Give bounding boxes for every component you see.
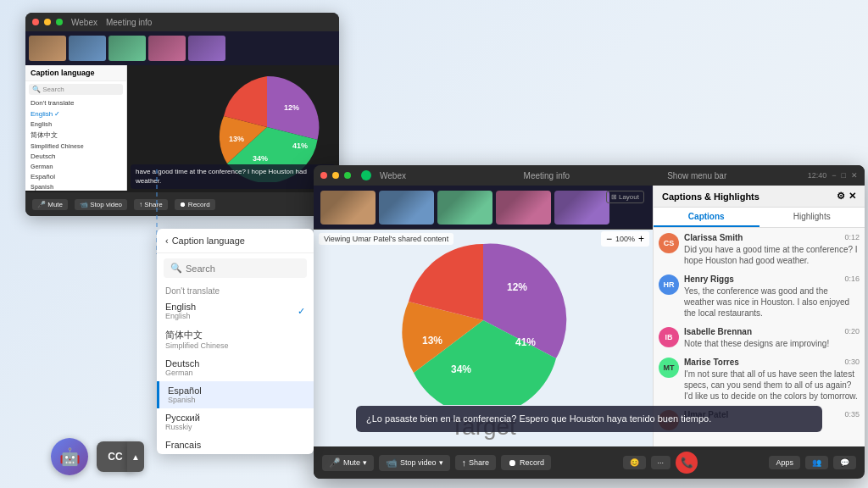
- lang-chinese-back: 简体中文: [25, 129, 126, 141]
- chat-button[interactable]: 💬: [833, 456, 856, 469]
- name-marise: Marise Torres: [684, 358, 739, 367]
- caption-text-back: have a good time at the conference? I ho…: [136, 168, 307, 184]
- caption-panel-back: Caption language 🔍 Search Don't translat…: [25, 65, 127, 191]
- mute-button[interactable]: 🎤 Mute ▾: [322, 455, 374, 471]
- main-minimize-dot: [332, 172, 339, 179]
- translation-bubble: ¿Lo pasaste bien en la conferencia? Espe…: [356, 406, 822, 432]
- lang-english-popup[interactable]: English English ✓: [157, 297, 314, 324]
- caption-content-marise: Marise Torres 0:30 I'm not sure that all…: [684, 358, 860, 402]
- ai-icon: 🤖: [59, 446, 81, 467]
- lang-deutsch-popup[interactable]: Deutsch German: [157, 354, 314, 381]
- main-thumb-4: [496, 191, 551, 225]
- lang-english-sub-back: English: [25, 119, 126, 129]
- lang-chinese-popup[interactable]: 简体中文 Simplified Chinese: [157, 324, 314, 354]
- main-meeting-info[interactable]: Meeting info: [524, 171, 659, 180]
- panel-settings-icon[interactable]: ⚙: [837, 191, 845, 202]
- svg-text:41%: 41%: [515, 336, 536, 348]
- thumbnail-3: [108, 36, 146, 61]
- emoji-button[interactable]: 😊: [623, 456, 646, 469]
- mute-btn-back[interactable]: 🎤 Mute: [32, 199, 68, 210]
- close-icon[interactable]: ✕: [851, 171, 858, 180]
- espanol-sub: Spanish: [168, 396, 305, 404]
- captions-list: CS Clarissa Smith 0:12 Did you have a go…: [654, 228, 865, 479]
- main-thumb-1: [320, 191, 376, 225]
- end-call-button[interactable]: 📞: [676, 452, 698, 474]
- lang-espanol-popup[interactable]: Español Spanish: [157, 381, 314, 408]
- english-sub: English: [165, 312, 196, 320]
- espanol-main: Español: [168, 385, 305, 396]
- bottom-icons-dock: 🤖 CC ▲: [51, 438, 144, 475]
- share-label: Share: [469, 458, 489, 467]
- lang-russian-popup[interactable]: Русский Russkiy: [157, 408, 314, 435]
- svg-text:12%: 12%: [284, 103, 299, 112]
- expand-icon: ▲: [131, 452, 140, 462]
- back-toolbar: 🎤 Mute 📹 Stop video ↑ Share ⏺ Record 📞: [25, 192, 339, 216]
- cc-expand-button[interactable]: ▲: [127, 441, 144, 472]
- svg-text:34%: 34%: [451, 363, 471, 375]
- more-button[interactable]: ···: [651, 456, 671, 469]
- main-thumb-2: [379, 191, 434, 225]
- russian-main: Русский: [165, 413, 305, 423]
- captions-panel-header: Captions & Highlights ⚙ ✕: [654, 186, 865, 208]
- layout-btn[interactable]: ⊞ Layout: [606, 191, 644, 203]
- lang-chinese-sub-back: Simplified Chinese: [25, 141, 126, 151]
- apps-button[interactable]: Apps: [769, 456, 800, 469]
- chinese-sub: Simplified Chinese: [165, 341, 305, 350]
- back-arrow-icon: ‹: [165, 236, 169, 246]
- record-button[interactable]: ⏺ Record: [501, 455, 551, 470]
- thumbnail-4: [148, 36, 186, 61]
- selected-checkmark: ✓: [298, 306, 305, 317]
- text-clarissa: Did you have a good time at the conferen…: [684, 244, 860, 266]
- dont-translate-back: Don't translate: [25, 97, 126, 108]
- popup-search-box[interactable]: 🔍: [164, 258, 307, 278]
- caption-item-marise: MT Marise Torres 0:30 I'm not sure that …: [659, 358, 860, 402]
- zoom-controls: − 100% +: [601, 231, 649, 247]
- caption-item-clarissa: CS Clarissa Smith 0:12 Did you have a go…: [659, 233, 860, 266]
- webex-logo: [361, 170, 371, 180]
- francais-main: Francais: [165, 440, 305, 450]
- share-button[interactable]: ↑ Share: [455, 455, 497, 470]
- main-title-bar: Webex Meeting info Show menu bar 12:40 −…: [314, 165, 865, 186]
- record-label: Record: [520, 458, 544, 467]
- share-btn-back[interactable]: ↑ Share: [134, 199, 168, 210]
- content-label: Viewing Umar Patel's shared content: [319, 233, 453, 245]
- tab-highlights[interactable]: Highlights: [760, 208, 865, 227]
- record-icon: ⏺: [508, 458, 517, 468]
- share-icon: ↑: [462, 458, 467, 468]
- record-btn-back[interactable]: ⏺ Record: [175, 199, 215, 210]
- maximize-icon[interactable]: □: [842, 171, 846, 180]
- caption-content-isabelle: Isabelle Brennan 0:20 Note that these de…: [684, 327, 860, 349]
- svg-text:13%: 13%: [422, 335, 442, 347]
- maximize-dot: [56, 19, 63, 25]
- stop-video-button[interactable]: 📹 Stop video ▾: [379, 455, 450, 471]
- avatar-isabelle: IB: [659, 327, 679, 347]
- panel-close-icon[interactable]: ✕: [849, 191, 856, 202]
- zoom-out-btn[interactable]: −: [606, 233, 612, 245]
- chinese-main: 简体中文: [165, 329, 305, 341]
- title-actions: 12:40 − □ ✕: [808, 171, 858, 180]
- zoom-in-btn[interactable]: +: [638, 233, 644, 245]
- avatar-marise: MT: [659, 358, 679, 378]
- svg-text:34%: 34%: [253, 154, 268, 163]
- show-menu-bar[interactable]: Show menu bar: [667, 171, 803, 180]
- popup-title: Caption language: [172, 236, 245, 246]
- main-maximize-dot: [344, 172, 351, 179]
- panel-tabs: Captions Highlights: [654, 208, 865, 228]
- caption-search-back: 🔍 Search: [29, 84, 123, 95]
- search-input[interactable]: [186, 263, 300, 274]
- ai-assistant-button[interactable]: 🤖: [51, 438, 88, 475]
- popup-back-button[interactable]: ‹ Caption language: [157, 229, 314, 253]
- avatar-clarissa: CS: [659, 233, 679, 253]
- minimize-icon[interactable]: −: [832, 171, 836, 180]
- back-title-bar: Webex Meeting info: [25, 13, 339, 31]
- participants-button[interactable]: 👥: [805, 456, 828, 469]
- lang-francais-popup[interactable]: Francais: [157, 435, 314, 454]
- lang-deutsch-back: Deutsch: [25, 151, 126, 162]
- apps-label: Apps: [776, 458, 793, 467]
- main-thumb-3: [437, 191, 492, 225]
- tab-captions[interactable]: Captions: [654, 208, 760, 227]
- video-btn-back[interactable]: 📹 Stop video: [75, 199, 127, 210]
- close-dot: [32, 19, 39, 25]
- lang-espanol-back: Español: [25, 171, 126, 182]
- time-umar: 0:35: [844, 410, 860, 419]
